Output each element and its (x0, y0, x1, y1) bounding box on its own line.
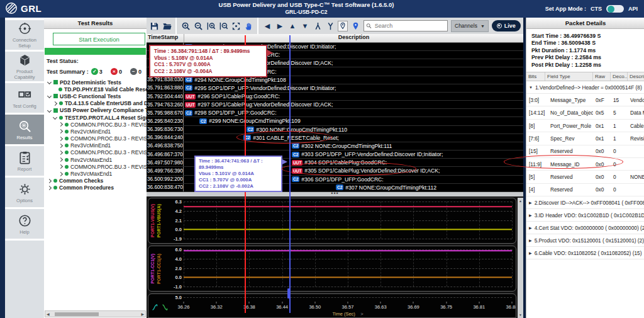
sidebar-item-test-config[interactable]: Test Config (5, 83, 44, 113)
tree-item[interactable]: PD2 Deterministic Tests (44, 79, 147, 86)
timestamp-column-header[interactable]: TimeStamp (147, 34, 184, 42)
tree-item[interactable]: USB Power Delivery Compliance Test Spec (44, 107, 147, 114)
pd-field-row[interactable]: [5] Reserved 0x0 0 NONE (526, 171, 644, 183)
expander-icon[interactable] (53, 115, 57, 120)
open-folder-icon[interactable] (162, 21, 172, 31)
tree-item[interactable]: COMMON.PROC.BU.3 - REVISION_2_0 _ (44, 121, 147, 128)
pd-group-header-row[interactable]: ▼ 1.VendorDefined--> Header = 0x0000514F… (526, 81, 644, 94)
app-mode-toggle[interactable] (606, 5, 624, 13)
zoom-in-icon[interactable] (180, 21, 191, 31)
expander-icon[interactable] (47, 80, 52, 84)
tree-item[interactable]: Rev2VcMaxEnd1 (44, 156, 147, 163)
tree-item[interactable]: TD.PD.PHY.E18 Valid Cable Reset Framing (44, 86, 147, 93)
arrow-left-icon[interactable]: ◀ (262, 21, 272, 31)
expander-icon[interactable] (58, 171, 63, 176)
pd-group-row[interactable]: ▶ 2.Discover ID-->ACK--> 0xFF008041 ( 0x… (526, 196, 644, 209)
tree-item[interactable]: COMMON.PROC.BU.3 - REVISION_3_0 _ (44, 163, 147, 170)
packet-row[interactable]: 36.396:844:240 C2 #301 CABLE_RESET:Cable… (147, 134, 523, 142)
packet-row[interactable]: 36.496:838:750 C2 #302 NONE:GroupCmdTimi… (147, 142, 523, 150)
pd-column-header[interactable]: Field Type (545, 72, 593, 81)
pin-blue-icon[interactable] (350, 21, 360, 31)
pd-group-row[interactable]: ▶ 4.Cert Stat VDO: 0x00000000 ( 0x000000… (526, 222, 644, 234)
save-icon[interactable] (149, 21, 159, 31)
sidebar-item-results[interactable]: Results (5, 115, 44, 144)
sidebar-item-product-capability[interactable]: Product Capability (5, 52, 44, 81)
pd-field-row[interactable]: [8] Port_Power_Role 0x1 1 CablePlug (526, 120, 644, 132)
tree-item[interactable]: COMMON.PROC.BU.3 - REVISION_3_0 _ (44, 149, 147, 156)
tree-item[interactable]: Rev2VcMinEnd1 (44, 128, 147, 135)
arrow-right-icon[interactable]: ▶ (275, 21, 285, 31)
channels-dropdown[interactable]: Channels ▼ (451, 20, 489, 32)
packet-row[interactable]: 35.791:863:880 C2 #295 SOP1/DFP_UFP:Vend… (147, 84, 523, 93)
mode-cts-label[interactable]: CTS (591, 6, 602, 12)
pd-column-header[interactable]: Bits (526, 72, 545, 81)
sidebar-item-report[interactable]: Report (5, 146, 44, 176)
pd-column-header[interactable]: Descripti... (628, 72, 644, 81)
plot-area[interactable]: 6.04.02.00.0-1.0 (184, 249, 512, 287)
pd-group-row[interactable]: ▶ 5.Product VDO: 0x15120001 ( 0x15120001… (526, 234, 644, 247)
start-execution-button[interactable]: Start Execution (53, 33, 145, 45)
expander-icon[interactable] (47, 108, 52, 113)
arrow-down-icon[interactable]: ▼ (300, 21, 310, 31)
horizontal-scrollbar[interactable]: ◀ ▶ (45, 310, 146, 317)
tree-item[interactable]: USB-C Functional Tests (44, 93, 147, 99)
expander-icon[interactable] (58, 137, 63, 141)
pd-field-row[interactable]: [3:0] Message_Type 0xF 15 VendorD... (526, 94, 644, 106)
splitter[interactable]: ••• (147, 192, 523, 196)
waveform-scrollbar[interactable]: ▲▼ (518, 198, 523, 318)
pd-field-row[interactable]: [7:6] Spec_Rev 0x1 1 Revision 2 (526, 132, 644, 145)
zoom-out-icon[interactable] (193, 21, 203, 31)
pd-field-row[interactable]: [4] Reserved 0x0 0 (526, 184, 644, 196)
arrow-up-icon[interactable]: ▲ (287, 21, 297, 31)
sidebar-item-options[interactable]: Options (5, 178, 44, 207)
expander-icon[interactable] (58, 164, 63, 169)
expander-icon[interactable] (58, 129, 63, 133)
description-column-header[interactable]: Description (184, 34, 523, 42)
pin-light-icon[interactable] (338, 21, 348, 31)
live-button[interactable]: Live (492, 20, 521, 31)
packet-row[interactable]: 36.295:840:230 C2 #299 NONE:GroupCmdTimi… (147, 117, 523, 125)
signal-toggle-icons[interactable] (152, 304, 169, 311)
pd-column-header[interactable]: Deco... (611, 72, 628, 81)
expander-icon[interactable] (58, 157, 63, 162)
expander-icon[interactable] (58, 122, 63, 127)
tree-item[interactable]: COMMON.PROC.BU.3 - REVISION_2_0 _ (44, 135, 147, 142)
tree-item[interactable]: Common Checks (44, 178, 147, 185)
expander-icon[interactable] (53, 101, 57, 106)
fit-screen-icon[interactable] (231, 21, 241, 31)
measure-icon[interactable] (313, 21, 323, 31)
search-input[interactable] (374, 22, 445, 30)
scroll-right-icon[interactable]: ▶ (140, 312, 145, 316)
pd-group-row[interactable]: ▶ 3.ID Header VDO: 0x1C002B1D ( 0x1C002B… (526, 209, 644, 222)
expander-icon[interactable] (58, 144, 63, 148)
packet-row[interactable]: 36.395:836:730 C2 #300 NONE:GroupCmdTimi… (147, 126, 523, 134)
scroll-left-icon[interactable]: ◀ (45, 312, 51, 316)
sidebar-item-connection-setup[interactable]: Connection Setup (5, 20, 44, 50)
tree-item[interactable]: TEST.PD.PROT.ALL.4 Reset Signals and M (44, 114, 147, 121)
tree-item[interactable]: Rev3VcMinEnd1 (44, 142, 147, 149)
expander-icon[interactable] (47, 94, 52, 98)
pd-column-header[interactable]: Raw (593, 72, 611, 81)
packet-row[interactable]: 35.794:763:260 UUT #297 SOP1/CablePlug:V… (147, 101, 523, 109)
expander-icon[interactable] (47, 186, 52, 190)
tree-item[interactable]: Common Procedures (44, 185, 147, 191)
pd-field-row[interactable]: [14:12] No_of_Data_objects 0x5 5 Data Me… (526, 106, 644, 119)
pd-group-row[interactable]: ▶ 6.Cable VDO: 0x11082052 ( 0x11082052) … (526, 247, 644, 259)
expander-icon[interactable] (58, 150, 63, 155)
tree-item[interactable]: Rev3VcMaxEnd1 (44, 170, 147, 177)
split-y-icon[interactable] (325, 21, 335, 31)
packet-row[interactable]: 35.792:504:440 UUT #296 SOP1/CablePlug:G… (147, 93, 523, 101)
blue-time-cursor[interactable] (289, 35, 291, 313)
hzoom-in-icon[interactable] (206, 21, 216, 31)
scroll-thumb[interactable] (55, 312, 99, 316)
search-box[interactable] (364, 20, 448, 31)
expander-icon[interactable] (47, 179, 52, 183)
tree-item[interactable]: TD.4.13.5 Cable EnterUSB and Data Reset (44, 100, 147, 107)
mode-api-label[interactable]: API (628, 6, 638, 12)
blue-cursor-handle[interactable] (287, 288, 291, 298)
packet-row[interactable]: 35.795:988:670 C2 #298 SOP1/DFP_UFP:Good… (147, 109, 523, 117)
sidebar-item-help[interactable]: Help (5, 209, 44, 239)
hzoom-out-icon[interactable] (218, 21, 228, 31)
plot-area[interactable]: 6.34.22.10.0-1.9 (184, 202, 512, 239)
pan-hand-icon[interactable] (243, 21, 253, 31)
